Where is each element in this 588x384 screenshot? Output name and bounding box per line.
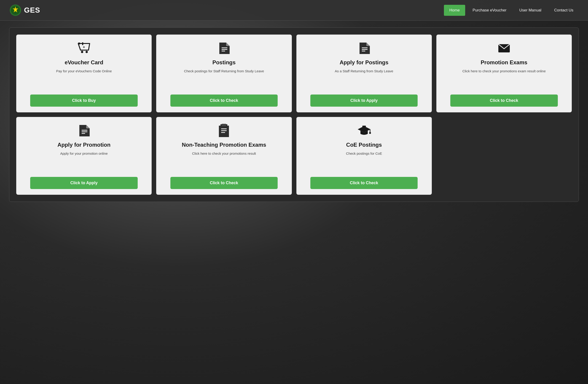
svg-rect-25 [362,126,366,127]
card-promotion-exams: Promotion Exams Click here to check your… [436,35,572,112]
card-promo-exams-desc: Click here to check your promotions exam… [462,69,546,90]
evoucher-buy-button[interactable]: Click to Buy [30,94,137,107]
main-nav: Home Purchase eVoucher User Manual Conta… [444,5,579,16]
main-content: + eVoucher Card Pay for your eVouchers C… [0,21,588,209]
card-non-teaching-desc: Click here to check your promotions resu… [192,151,256,172]
svg-rect-20 [222,124,226,126]
card-non-teaching-title: Non-Teaching Promotion Exams [182,142,266,148]
nav-manual[interactable]: User Manual [514,5,547,16]
svg-point-27 [369,132,371,134]
card-postings: Postings Check postings for Staff Return… [156,35,292,112]
non-teaching-check-button[interactable]: Click to Check [170,177,278,189]
card-evoucher-desc: Pay for your eVouchers Code Online [56,69,112,90]
header: GES Home Purchase eVoucher User Manual C… [0,0,588,21]
svg-rect-5 [82,42,83,45]
dashboard: + eVoucher Card Pay for your eVouchers C… [9,27,579,202]
card-grid-row1: + eVoucher Card Pay for your eVouchers C… [16,35,572,112]
nav-contact[interactable]: Contact Us [549,5,579,16]
card-apply-promo-title: Apply for Promotion [57,142,110,148]
card-apply-promotion: Apply for Promotion Apply for your promo… [16,117,152,195]
card-apply-postings-title: Apply for Postings [340,59,388,66]
card-apply-promo-desc: Apply for your promotion online [60,151,108,172]
svg-point-3 [14,9,17,11]
card-coe-postings-title: CoE Postings [346,142,382,148]
logo-text: GES [24,6,40,14]
card-coe-postings: CoE Postings Check postings for CoE Clic… [296,117,432,195]
card-apply-postings: Apply for Postings As a Staff Returning … [296,35,432,112]
card-postings-desc: Check postings for Staff Returning from … [184,69,264,90]
svg-point-8 [85,51,88,53]
svg-text:+: + [83,45,85,49]
apply-doc-icon [357,42,371,55]
card-coe-postings-desc: Check postings for CoE [346,151,382,172]
coe-postings-check-button[interactable]: Click to Check [310,177,418,189]
apply-promo-icon [77,124,91,137]
graduation-icon [357,124,371,137]
card-empty [436,117,572,195]
svg-point-7 [81,51,83,53]
apply-promotion-button[interactable]: Click to Apply [30,177,137,189]
card-non-teaching: Non-Teaching Promotion Exams Click here … [156,117,292,195]
card-evoucher-title: eVoucher Card [65,59,103,66]
card-evoucher: + eVoucher Card Pay for your eVouchers C… [16,35,152,112]
card-postings-title: Postings [212,59,235,66]
card-grid-row2: Apply for Promotion Apply for your promo… [16,117,572,195]
card-apply-postings-desc: As a Staff Returning from Study Leave [335,69,393,90]
nav-home[interactable]: Home [444,5,465,16]
postings-check-button[interactable]: Click to Check [170,94,278,107]
card-promo-exams-title: Promotion Exams [481,59,527,66]
doc-icon [217,42,231,55]
apply-postings-button[interactable]: Click to Apply [310,94,418,107]
nav-purchase[interactable]: Purchase eVoucher [467,5,512,16]
promo-exams-check-button[interactable]: Click to Check [450,94,558,107]
cart-icon: + [77,42,91,55]
logo-area: GES [9,4,444,17]
envelope-icon [497,42,511,55]
non-teaching-doc-icon [217,124,231,137]
logo-icon [9,4,22,17]
svg-marker-24 [358,126,371,133]
